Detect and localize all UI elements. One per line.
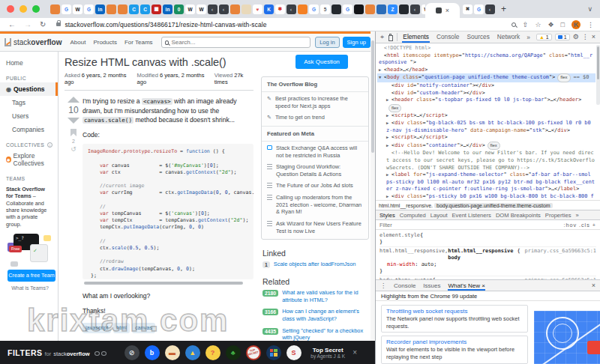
new-tab-button[interactable]: + — [501, 4, 506, 14]
pinned-tab-favicon[interactable]: 5 — [320, 4, 330, 14]
tree-node[interactable]: ▶<div class="ps-sticky b0 px16 w100 bg-b… — [377, 193, 596, 200]
windows-icon[interactable] — [266, 345, 281, 360]
flex-badge[interactable]: flex — [388, 104, 401, 113]
expand-arrow-icon[interactable]: ▶ — [386, 134, 392, 142]
devtools-settings-icon[interactable]: ⚙ — [573, 34, 579, 40]
filter-icon[interactable]: ▲ — [185, 345, 200, 360]
upvote-button[interactable] — [68, 97, 80, 103]
tree-node[interactable]: <div id="custom-header"></div> — [377, 90, 596, 97]
styles-tab-computed[interactable]: Computed — [400, 212, 426, 219]
question-link-item[interactable]: 2180What are valid values for the id att… — [262, 289, 369, 303]
login-button[interactable]: Log in — [315, 37, 339, 48]
pinned-tab-favicon[interactable]: G — [62, 4, 71, 14]
whats-new-card[interactable]: Throttling web socket requestsThe Networ… — [381, 305, 528, 333]
sidebar-item-home[interactable]: Home — [0, 56, 58, 70]
devtools-menu-icon[interactable]: ⋮ — [582, 34, 589, 40]
whats-new-card-title[interactable]: Throttling web socket requests — [386, 308, 523, 315]
bookmark-star-icon[interactable]: ☆ — [535, 21, 541, 28]
so-nav-products[interactable]: Products — [89, 37, 121, 48]
padlock-icon[interactable] — [56, 22, 61, 26]
pinned-tab-favicon[interactable]: ✱ — [275, 4, 285, 14]
pinned-tab-favicon[interactable]: ◐ — [219, 4, 229, 14]
downvote-button[interactable] — [68, 118, 80, 124]
tag-javascript[interactable]: javascript — [82, 323, 111, 333]
tree-node[interactable]: ▶<script>…</script> — [377, 112, 596, 120]
css-rule[interactable]: html.html__responsive, html.html__respon… — [380, 247, 596, 276]
styles-tabs-overflow[interactable]: » — [575, 212, 578, 219]
pinned-tab-favicon[interactable]: ▦ — [152, 4, 161, 14]
close-tab-icon[interactable]: × — [446, 7, 449, 14]
minimize-window-button[interactable] — [20, 5, 27, 13]
tree-node[interactable]: <!DOCTYPE html> — [377, 45, 596, 52]
address-url[interactable]: stackoverflow.com/questions/34866171/res… — [64, 21, 266, 28]
tag-html[interactable]: html — [113, 323, 130, 333]
devtools-tab-sources[interactable]: Sources — [466, 31, 490, 43]
filter-icon[interactable]: ? — [206, 345, 220, 360]
drawer-tab-console[interactable]: Console — [394, 282, 416, 289]
code-horizontal-scrollbar[interactable] — [82, 281, 254, 285]
question-link-item[interactable]: 4435Setting "checked" for a checkbox wit… — [262, 327, 369, 342]
styles-tab-dom-breakpoints[interactable]: DOM Breakpoints — [496, 212, 541, 219]
pinned-tab-favicon[interactable]: ✖ — [463, 4, 472, 14]
expand-arrow-icon[interactable]: ▶ — [386, 120, 392, 127]
pinned-tab-favicon[interactable]: ♥ — [253, 4, 262, 14]
tree-node[interactable]: ▶<label for="js-expand-theme-selector" c… — [377, 172, 596, 193]
info-icon[interactable]: i — [47, 142, 52, 148]
issues-badge[interactable]: 1 — [555, 34, 570, 40]
sidebar-item-explore-collectives[interactable]: ✱Explore Collectives — [0, 149, 58, 170]
pinned-tab-favicon[interactable] — [118, 4, 128, 14]
pinned-tab-favicon[interactable]: G — [474, 4, 484, 14]
pinned-tab-favicon[interactable]: C — [140, 4, 150, 14]
pinned-tab-favicon[interactable]: W — [196, 4, 206, 14]
warnings-badge[interactable]: ▲1 — [536, 34, 552, 40]
pinned-tab-favicon[interactable]: ◐ — [410, 4, 420, 14]
expand-arrow-icon[interactable]: ▶ — [386, 112, 392, 120]
flex-badge[interactable]: flex — [557, 73, 570, 82]
active-tab[interactable]: × — [425, 3, 460, 18]
devtools-more-tabs[interactable]: » — [526, 32, 531, 42]
breadcrumb-item[interactable]: html.html__responsive. — [379, 203, 433, 208]
question-link[interactable]: How can I change an element's class with… — [282, 308, 369, 322]
blog-item[interactable]: ✎Best practices to increase the speed fo… — [262, 92, 368, 111]
pinned-tab-favicon[interactable]: ◐ — [208, 4, 218, 14]
pinned-tab-favicon[interactable] — [365, 4, 375, 14]
filters-close-icon[interactable]: × — [352, 348, 357, 357]
question-title[interactable]: Resize HTML canvas with .scale() — [64, 56, 254, 68]
pinned-tab-favicon[interactable] — [354, 4, 364, 14]
pinned-tab-favicon[interactable]: G — [309, 4, 319, 14]
pinned-tab-favicon[interactable]: W — [73, 4, 82, 14]
search-icon[interactable] — [512, 22, 516, 27]
pinned-tab-favicon[interactable] — [298, 4, 308, 14]
drawer-tab-issues[interactable]: Issues — [423, 282, 440, 289]
styles-filter-input[interactable] — [380, 222, 492, 228]
filter-icon[interactable]: ▬ — [165, 345, 180, 360]
tree-node[interactable]: ▼<body class="question-page unified-them… — [377, 73, 596, 82]
devtools-tab-elements[interactable]: Elements — [402, 31, 430, 43]
styles-tab-layout[interactable]: Layout — [430, 212, 448, 219]
pinned-tab-favicon[interactable]: in — [95, 4, 105, 14]
filter-icon[interactable]: ♣ — [226, 345, 241, 360]
meta-item[interactable]: Calling up moderators from the 2021 elec… — [262, 191, 368, 217]
so-nav-about[interactable]: About — [66, 37, 89, 48]
what-is-teams-link[interactable]: What is Teams? — [6, 285, 54, 291]
pinned-tab-favicon[interactable] — [50, 4, 60, 14]
devtools-tab-console[interactable]: Console — [436, 31, 460, 43]
whats-new-card-title[interactable]: Recorder panel improvements — [386, 339, 523, 345]
zoom-window-button[interactable] — [32, 5, 40, 13]
drawer-close-icon[interactable]: × — [592, 282, 596, 289]
pinned-tab-favicon[interactable]: 0 — [174, 4, 184, 14]
question-link-item[interactable]: 3166How can I change an element's class … — [262, 308, 369, 322]
extensions-icon[interactable]: ❖ — [548, 21, 554, 28]
device-toolbar-icon[interactable] — [389, 34, 392, 40]
pinned-tab-favicon[interactable]: W — [185, 4, 195, 14]
sidebar-item-tags[interactable]: Tags — [0, 96, 58, 109]
css-source-link[interactable]: primary.css_6a59663c5:1 — [520, 248, 596, 261]
tab-search-chevron-icon[interactable]: ∨ — [587, 5, 592, 13]
bookmark-icon[interactable] — [70, 129, 76, 136]
tag-canvas[interactable]: canvas — [132, 323, 155, 333]
css-declaration[interactable]: min-width: auto; — [380, 261, 596, 268]
pinned-tab-favicon[interactable] — [399, 4, 409, 14]
blog-item[interactable]: ✎Time to get on trend — [262, 111, 368, 123]
pinned-tab-favicon[interactable] — [242, 4, 251, 14]
tree-node[interactable]: ▶<script>…</script> — [377, 134, 596, 142]
